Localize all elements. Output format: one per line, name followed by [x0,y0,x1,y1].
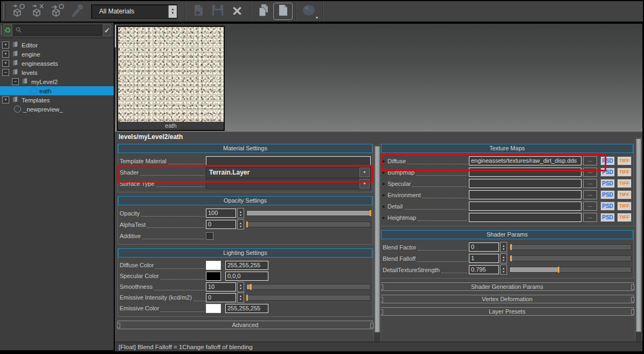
emissive-intensity-slider[interactable] [246,295,371,301]
opacity-input[interactable]: 100 [206,209,236,218]
diffuse-tiff-button[interactable]: TIFF [617,156,632,165]
shader-generation-params-bar[interactable]: Shader Generation Params [380,282,634,291]
alphatest-input[interactable]: 0 [206,220,236,229]
smoothness-stepper[interactable]: ▲▼ [237,282,244,292]
specular-map-input[interactable] [469,179,581,188]
heightmap-input[interactable] [469,213,581,222]
specular-psd-button[interactable]: PSD [600,179,615,188]
advanced-section-bar[interactable]: Advanced [117,321,373,329]
materials-filter-spinner[interactable]: ▲ ▼ [168,5,177,18]
expand-arrow-icon[interactable]: ▶ [383,193,387,197]
emissive-color-swatch[interactable] [206,304,221,313]
tree-item-levels[interactable]: − levels [0,68,114,77]
emissive-intensity-stepper[interactable]: ▲▼ [237,293,244,303]
tree-toolbar-grip[interactable] [1,25,2,35]
heightmap-tiff-button[interactable]: TIFF [617,213,632,222]
vertex-deformation-bar[interactable]: Vertex Deformation [380,295,634,303]
detail-browse-button[interactable]: ... [583,202,597,211]
apply-filter-button[interactable]: ✓ [103,24,111,36]
smoothness-slider[interactable] [246,284,371,290]
opacity-stepper[interactable]: ▲▼ [237,208,244,218]
tree-item-engine[interactable]: + engine [0,50,114,59]
reload-tree-button[interactable]: ♻ [4,24,12,36]
right-column-scrollbar[interactable] [635,137,642,342]
save-item-button[interactable] [208,3,227,20]
additive-checkbox[interactable] [206,232,213,240]
layer-presets-bar[interactable]: Layer Presets [380,307,634,316]
assign-material-button[interactable] [9,3,29,20]
blend-falloff-slider[interactable] [509,255,632,261]
tree-item-engineassets[interactable]: + engineassets [0,59,114,68]
alphatest-slider[interactable] [246,221,371,227]
blend-factor-input[interactable]: 0 [469,242,499,252]
preview-sphere-button[interactable]: ▼ [300,3,319,20]
copy-material-button[interactable] [254,3,273,20]
add-item-button[interactable] [189,3,208,20]
scrollbar-thumb[interactable] [375,146,380,332]
splitter-handle[interactable] [115,25,116,47]
heightmap-psd-button[interactable]: PSD [600,213,615,222]
alphatest-stepper[interactable]: ▲▼ [237,219,244,230]
specular-color-swatch[interactable] [206,272,221,281]
surface-type-dropdown[interactable]: ▼ [206,178,371,189]
blend-factor-slider[interactable] [509,244,632,250]
pick-material-button[interactable] [67,3,87,20]
expand-box-icon[interactable]: + [2,41,9,48]
get-material-button[interactable] [48,3,67,20]
expand-arrow-icon[interactable]: ▶ [383,170,387,174]
bumpmap-input[interactable] [469,168,581,177]
specular-tiff-button[interactable]: TIFF [617,179,632,188]
expand-box-icon[interactable]: + [2,96,9,103]
dropdown-caret-icon[interactable]: ▼ [315,16,318,19]
expand-arrow-icon[interactable]: ▶ [383,159,387,163]
bumpmap-psd-button[interactable]: PSD [600,168,615,177]
detail-texture-strength-slider[interactable] [509,267,632,273]
materials-filter-combobox[interactable]: All Materials ▲ ▼ [91,4,177,19]
tree-item-newpreview[interactable]: _newpreview_ [0,105,114,114]
detail-psd-button[interactable]: PSD [600,202,615,211]
environment-tiff-button[interactable]: TIFF [617,190,632,199]
chevron-down-icon[interactable]: ▼ [359,168,370,177]
tree-item-eath-selected[interactable]: eath [0,86,114,95]
specular-browse-button[interactable]: ... [583,179,597,188]
chevron-down-icon[interactable]: ▼ [359,179,370,189]
detail-texture-strength-stepper[interactable]: ▲▼ [500,265,507,275]
blend-falloff-stepper[interactable]: ▲▼ [500,253,507,263]
detail-texture-strength-input[interactable]: 0.795 [469,265,499,274]
expand-arrow-icon[interactable]: ▶ [383,204,387,208]
expand-arrow-icon[interactable]: ▶ [383,182,387,185]
environment-map-input[interactable] [469,190,581,199]
smoothness-input[interactable]: 10 [206,282,236,291]
expand-arrow-icon[interactable]: ▶ [383,216,387,219]
diffuse-map-input[interactable]: engineassets/textures/raw_dirt_disp.dds [469,156,581,165]
bumpmap-browse-button[interactable]: ... [583,168,597,177]
tree-item-editor[interactable]: + Editor [0,40,114,50]
diffuse-color-swatch[interactable] [206,261,221,270]
blend-falloff-input[interactable]: 1 [469,254,499,263]
collapse-box-icon[interactable]: − [12,78,19,85]
template-material-input[interactable] [206,156,371,165]
delete-item-button[interactable]: ✕ [227,3,247,20]
paste-material-button[interactable] [273,3,293,20]
collapse-box-icon[interactable]: − [2,69,9,76]
toolbar-grip[interactable] [3,3,6,19]
expand-box-icon[interactable]: + [2,51,9,58]
environment-browse-button[interactable]: ... [583,190,597,199]
detail-map-input[interactable] [469,202,581,211]
detail-tiff-button[interactable]: TIFF [617,202,632,211]
diffuse-color-value[interactable]: 255,255,255 [225,261,268,270]
emissive-color-value[interactable]: 255,255,255 [225,304,268,313]
shader-dropdown[interactable]: Terrain.Layer ▼ [206,167,371,178]
expand-box-icon[interactable]: + [2,60,9,67]
tree-search-box[interactable] [13,25,102,36]
left-column-scrollbar[interactable] [373,145,381,346]
emissive-intensity-input[interactable]: 0 [206,293,236,302]
heightmap-browse-button[interactable]: ... [583,213,597,222]
blend-factor-stepper[interactable]: ▲▼ [500,242,507,252]
environment-psd-button[interactable]: PSD [600,190,615,199]
tree-search-input[interactable] [23,26,101,34]
opacity-slider[interactable] [246,210,371,216]
diffuse-browse-button[interactable]: ... [583,156,597,165]
specular-color-value[interactable]: 0,0,0 [225,272,268,281]
bumpmap-tiff-button[interactable]: TIFF [617,168,632,177]
